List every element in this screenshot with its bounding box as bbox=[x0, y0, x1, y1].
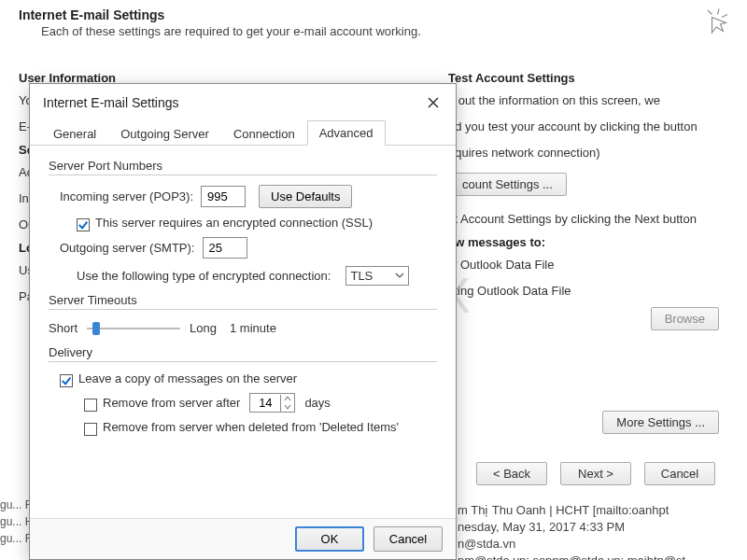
encryption-type-label: Use the following type of encrypted conn… bbox=[77, 269, 331, 283]
tab-connection[interactable]: Connection bbox=[221, 121, 307, 146]
bg-text: nd you test your account by clicking the… bbox=[448, 117, 747, 137]
delivery-label: Delivery bbox=[49, 345, 437, 359]
next-button[interactable]: Next > bbox=[560, 462, 631, 485]
incoming-port-input[interactable] bbox=[201, 186, 246, 207]
test-account-heading: Test Account Settings bbox=[448, 71, 747, 85]
chevron-down-icon bbox=[395, 269, 404, 283]
ok-button[interactable]: OK bbox=[295, 526, 364, 552]
use-defaults-button[interactable]: Use Defaults bbox=[259, 185, 352, 208]
ssl-checkbox-label: This server requires an encrypted connec… bbox=[95, 216, 373, 230]
close-button[interactable] bbox=[424, 93, 443, 112]
remove-deleted-label: Remove from server when deleted from 'De… bbox=[103, 420, 399, 434]
radio-existing-datafile[interactable]: sting Outlook Data File bbox=[448, 281, 747, 301]
remove-after-label: Remove from server after bbox=[103, 396, 240, 410]
more-settings-button[interactable]: More Settings ... bbox=[602, 411, 719, 434]
cursor-sparkle-icon bbox=[702, 7, 730, 39]
remove-after-checkbox[interactable] bbox=[84, 399, 97, 412]
email-settings-dialog: Internet E-mail Settings General Outgoin… bbox=[29, 83, 457, 560]
page-subtitle: Each of these settings are required to g… bbox=[41, 24, 728, 38]
radio-new-datafile[interactable]: w Outlook Data File bbox=[448, 255, 747, 275]
email-preview-line: nesday, May 31, 2017 4:33 PM bbox=[458, 519, 685, 536]
leave-copy-label: Leave a copy of messages on the server bbox=[78, 371, 297, 385]
timeout-short-label: Short bbox=[49, 321, 78, 335]
spinner-up-icon[interactable] bbox=[281, 395, 294, 403]
timeout-slider[interactable] bbox=[87, 319, 180, 336]
tab-outgoing-server[interactable]: Outgoing Server bbox=[108, 121, 221, 146]
leave-copy-checkbox[interactable] bbox=[60, 374, 73, 387]
incoming-server-label: Incoming server (POP3): bbox=[60, 189, 193, 203]
back-button[interactable]: < Back bbox=[476, 462, 547, 485]
timeout-value: 1 minute bbox=[230, 321, 276, 335]
dialog-title: Internet E-mail Settings bbox=[43, 95, 179, 110]
test-account-settings-button[interactable]: count Settings ... bbox=[448, 173, 567, 196]
outgoing-server-label: Outgoing server (SMTP): bbox=[60, 241, 195, 255]
page-title: Internet E-mail Settings bbox=[19, 7, 728, 22]
email-preview-line: m Thị Thu Oanh | HCHT [mailto:oanhpt bbox=[458, 502, 685, 519]
remove-days-spinner[interactable] bbox=[249, 393, 295, 413]
timeout-long-label: Long bbox=[190, 321, 217, 335]
server-port-numbers-label: Server Port Numbers bbox=[49, 159, 437, 173]
encryption-type-value: TLS bbox=[350, 269, 373, 283]
days-label: days bbox=[304, 396, 330, 410]
email-preview-line: n@stda.vn bbox=[458, 536, 685, 553]
browse-button[interactable]: Browse bbox=[651, 307, 719, 330]
cancel-button[interactable]: Cancel bbox=[374, 526, 443, 552]
server-timeouts-label: Server Timeouts bbox=[49, 293, 437, 307]
close-icon bbox=[427, 96, 440, 109]
remove-deleted-checkbox[interactable] bbox=[84, 423, 97, 436]
tab-advanced[interactable]: Advanced bbox=[307, 120, 386, 146]
remove-days-input[interactable] bbox=[250, 394, 280, 412]
email-preview-line: nm@stda.vn; sonnm@stda.vn; maihtn@st bbox=[458, 553, 685, 560]
new-messages-heading: ew messages to: bbox=[448, 235, 747, 249]
bg-text: st Account Settings by clicking the Next… bbox=[448, 209, 747, 230]
ssl-checkbox[interactable] bbox=[77, 218, 90, 231]
cancel-wizard-button[interactable]: Cancel bbox=[644, 462, 715, 485]
bg-text: equires network connection) bbox=[448, 143, 747, 163]
outgoing-port-input[interactable] bbox=[203, 237, 247, 259]
bg-text: g out the information on this screen, we bbox=[448, 91, 747, 111]
encryption-type-select[interactable]: TLS bbox=[345, 266, 409, 286]
spinner-down-icon[interactable] bbox=[281, 403, 294, 412]
tab-general[interactable]: General bbox=[41, 121, 108, 146]
